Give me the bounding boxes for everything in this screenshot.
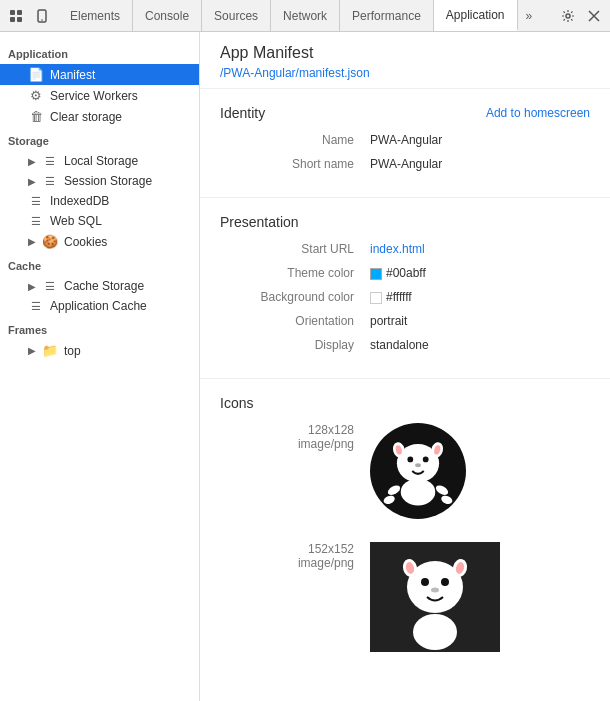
application-cache-icon: ☰	[28, 300, 44, 313]
identity-section-header: Identity Add to homescreen	[220, 105, 590, 121]
web-sql-icon: ☰	[28, 215, 44, 228]
cache-storage-icon: ☰	[42, 280, 58, 293]
devtools-icon-btn[interactable]	[4, 4, 28, 28]
sidebar-item-cookies[interactable]: ▶ 🍪 Cookies	[0, 231, 199, 252]
icons-section: Icons 128x128 image/png	[200, 379, 610, 671]
github-octocat-152	[370, 542, 500, 652]
start-url-value[interactable]: index.html	[370, 242, 425, 256]
icon-152-size: 152x152	[240, 542, 354, 556]
presentation-title: Presentation	[220, 214, 299, 230]
icon-entry-152: 152x152 image/png	[220, 542, 590, 655]
sidebar: Application 📄 Manifest ⚙ Service Workers…	[0, 32, 200, 701]
svg-point-11	[415, 463, 421, 467]
bg-color-value: #ffffff	[370, 290, 412, 304]
tab-more-button[interactable]: »	[518, 0, 541, 31]
tab-console[interactable]: Console	[133, 0, 202, 31]
theme-color-row: Theme color #00abff	[220, 266, 590, 280]
presentation-section: Presentation Start URL index.html Theme …	[200, 198, 610, 379]
presentation-section-header: Presentation	[220, 214, 590, 230]
icon-128-size: 128x128	[240, 423, 354, 437]
icon-128-meta: 128x128 image/png	[240, 423, 370, 451]
sidebar-item-application-cache[interactable]: ☰ Application Cache	[0, 296, 199, 316]
cache-section-title: Cache	[0, 252, 199, 276]
theme-color-value: #00abff	[370, 266, 426, 280]
sidebar-item-manifest[interactable]: 📄 Manifest	[0, 64, 199, 85]
mobile-icon-btn[interactable]	[30, 4, 54, 28]
orientation-row: Orientation portrait	[220, 314, 590, 328]
icon-152-meta: 152x152 image/png	[240, 542, 370, 570]
svg-rect-0	[10, 10, 15, 15]
sidebar-item-local-storage[interactable]: ▶ ☰ Local Storage	[0, 151, 199, 171]
icon-128-image	[370, 423, 466, 522]
sidebar-item-session-storage[interactable]: ▶ ☰ Session Storage	[0, 171, 199, 191]
orientation-label: Orientation	[240, 314, 370, 328]
clear-storage-icon: 🗑	[28, 109, 44, 124]
session-storage-icon: ☰	[42, 175, 58, 188]
tab-application[interactable]: Application	[434, 0, 518, 31]
display-value: standalone	[370, 338, 429, 352]
svg-rect-1	[17, 10, 22, 15]
svg-point-10	[423, 457, 429, 463]
expand-arrow-cookies: ▶	[28, 236, 36, 247]
tab-bar: Elements Console Sources Network Perform…	[0, 0, 610, 32]
tab-bar-left-controls	[0, 4, 58, 28]
github-octocat-128	[370, 423, 466, 519]
sidebar-item-top-frame[interactable]: ▶ 📁 top	[0, 340, 199, 361]
settings-icon-btn[interactable]	[556, 4, 580, 28]
manifest-icon: 📄	[28, 67, 44, 82]
sidebar-item-indexeddb[interactable]: ☰ IndexedDB	[0, 191, 199, 211]
name-field-row: Name PWA-Angular	[220, 133, 590, 147]
icons-title: Icons	[220, 395, 253, 411]
storage-section-title: Storage	[0, 127, 199, 151]
theme-color-label: Theme color	[240, 266, 370, 280]
tab-sources[interactable]: Sources	[202, 0, 271, 31]
close-devtools-btn[interactable]	[582, 4, 606, 28]
icon-128-type: image/png	[240, 437, 354, 451]
frames-section-title: Frames	[0, 316, 199, 340]
bg-color-row: Background color #ffffff	[220, 290, 590, 304]
display-label: Display	[240, 338, 370, 352]
sidebar-item-cache-storage[interactable]: ▶ ☰ Cache Storage	[0, 276, 199, 296]
identity-title: Identity	[220, 105, 265, 121]
short-name-field-row: Short name PWA-Angular	[220, 157, 590, 171]
svg-point-24	[441, 578, 449, 586]
service-workers-icon: ⚙	[28, 88, 44, 103]
manifest-link[interactable]: /PWA-Angular/manifest.json	[220, 66, 370, 80]
short-name-value: PWA-Angular	[370, 157, 442, 171]
tab-bar-right-controls	[552, 4, 610, 28]
short-name-label: Short name	[240, 157, 370, 171]
icon-152-type: image/png	[240, 556, 354, 570]
svg-point-16	[401, 479, 436, 506]
sidebar-item-clear-storage[interactable]: 🗑 Clear storage	[0, 106, 199, 127]
expand-arrow-cache-storage: ▶	[28, 281, 36, 292]
frame-icon: 📁	[42, 343, 58, 358]
theme-color-swatch[interactable]	[370, 268, 382, 280]
bg-color-swatch[interactable]	[370, 292, 382, 304]
application-section-title: Application	[0, 40, 199, 64]
add-to-homescreen-link[interactable]: Add to homescreen	[486, 106, 590, 120]
manifest-header: App Manifest /PWA-Angular/manifest.json	[200, 32, 610, 89]
tab-elements[interactable]: Elements	[58, 0, 133, 31]
display-row: Display standalone	[220, 338, 590, 352]
expand-arrow-top: ▶	[28, 345, 36, 356]
icon-entry-128: 128x128 image/png	[220, 423, 590, 522]
svg-point-9	[407, 457, 413, 463]
tab-network[interactable]: Network	[271, 0, 340, 31]
content-panel: App Manifest /PWA-Angular/manifest.json …	[200, 32, 610, 701]
local-storage-icon: ☰	[42, 155, 58, 168]
tabs-container: Elements Console Sources Network Perform…	[58, 0, 540, 31]
name-value: PWA-Angular	[370, 133, 442, 147]
identity-section: Identity Add to homescreen Name PWA-Angu…	[200, 89, 610, 198]
sidebar-item-service-workers[interactable]: ⚙ Service Workers	[0, 85, 199, 106]
icons-section-header: Icons	[220, 395, 590, 411]
sidebar-item-web-sql[interactable]: ☰ Web SQL	[0, 211, 199, 231]
svg-point-25	[431, 588, 439, 593]
tab-performance[interactable]: Performance	[340, 0, 434, 31]
indexeddb-icon: ☰	[28, 195, 44, 208]
orientation-value: portrait	[370, 314, 407, 328]
icon-152-image	[370, 542, 500, 655]
main-container: Application 📄 Manifest ⚙ Service Workers…	[0, 32, 610, 701]
svg-point-5	[41, 19, 43, 21]
svg-rect-2	[10, 17, 15, 22]
bg-color-label: Background color	[240, 290, 370, 304]
